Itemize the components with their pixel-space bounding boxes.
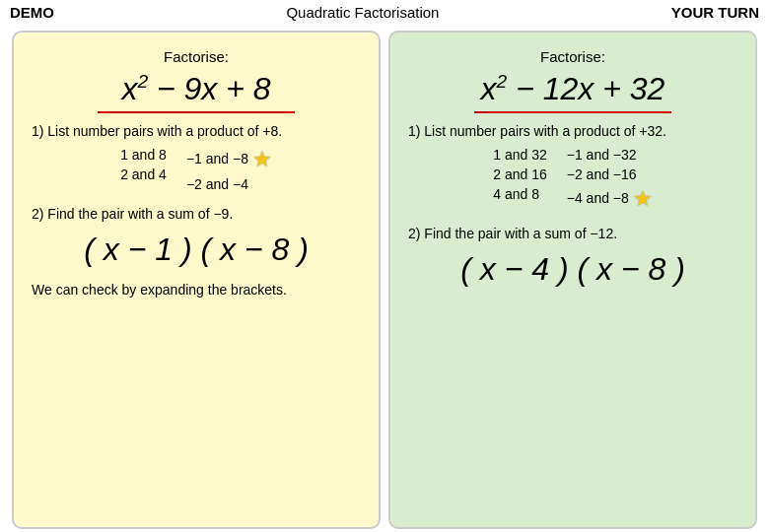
list-item: −2 and −16 xyxy=(567,166,653,182)
star-icon: ★ xyxy=(633,186,653,212)
demo-list-instruction: 1) List number pairs with a product of +… xyxy=(32,123,361,139)
main-content: Factorise: x2 − 9x + 8 1) List number pa… xyxy=(0,25,769,532)
demo-pairs-right: −1 and −8 ★ −2 and −4 xyxy=(186,147,272,192)
demo-sum-instruction: 2) Find the pair with a sum of −9. xyxy=(32,206,361,222)
demo-underline xyxy=(98,111,295,113)
demo-panel: Factorise: x2 − 9x + 8 1) List number pa… xyxy=(12,31,381,529)
list-item: −1 and −8 ★ xyxy=(186,147,272,172)
demo-equation: x2 − 9x + 8 xyxy=(32,71,361,107)
page-title: Quadratic Factorisation xyxy=(286,4,439,21)
demo-pairs-table: 1 and 8 2 and 4 −1 and −8 ★ −2 and −4 xyxy=(32,147,361,192)
your-turn-sum-instruction: 2) Find the pair with a sum of −12. xyxy=(408,226,737,241)
your-turn-label: YOUR TURN xyxy=(671,4,759,21)
demo-check-text: We can check by expanding the brackets. xyxy=(32,282,361,298)
your-turn-factored-form: ( x − 4 ) ( x − 8 ) xyxy=(408,251,737,288)
your-turn-pairs-right: −1 and −32 −2 and −16 −4 and −8 ★ xyxy=(567,147,653,212)
list-item: −1 and −32 xyxy=(567,147,653,163)
list-item: 2 and 16 xyxy=(493,166,547,182)
your-turn-pairs-table: 1 and 32 2 and 16 4 and 8 −1 and −32 −2 … xyxy=(408,147,737,212)
your-turn-underline xyxy=(474,111,671,113)
list-item: 4 and 8 xyxy=(493,186,547,202)
list-item: −2 and −4 xyxy=(186,176,272,192)
your-turn-equation: x2 − 12x + 32 xyxy=(408,71,737,107)
your-turn-factorise-label: Factorise: xyxy=(408,48,737,65)
list-item: 2 and 4 xyxy=(120,166,167,182)
demo-pairs-left: 1 and 8 2 and 4 xyxy=(120,147,167,192)
header: DEMO Quadratic Factorisation YOUR TURN xyxy=(0,0,769,25)
list-item: 1 and 8 xyxy=(120,147,167,163)
demo-label: DEMO xyxy=(10,4,54,21)
star-icon: ★ xyxy=(252,147,272,172)
list-item: −4 and −8 ★ xyxy=(567,186,653,212)
demo-factorise-label: Factorise: xyxy=(32,48,361,65)
your-turn-panel: Factorise: x2 − 12x + 32 1) List number … xyxy=(388,31,757,529)
demo-factored-form: ( x − 1 ) ( x − 8 ) xyxy=(32,232,361,268)
your-turn-pairs-left: 1 and 32 2 and 16 4 and 8 xyxy=(493,147,547,212)
your-turn-list-instruction: 1) List number pairs with a product of +… xyxy=(408,123,737,139)
list-item: 1 and 32 xyxy=(493,147,547,163)
